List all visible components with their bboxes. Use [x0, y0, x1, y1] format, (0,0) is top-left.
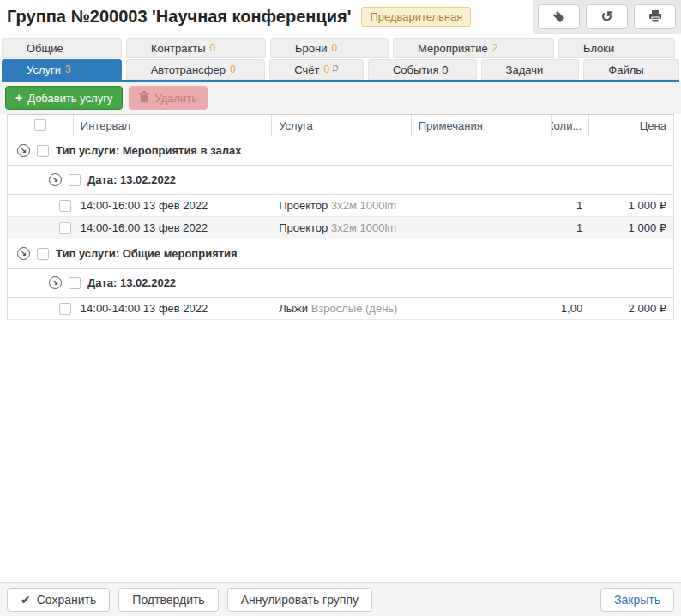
printer-icon	[648, 10, 662, 23]
history-button[interactable]: ↺	[586, 4, 628, 29]
group-date-label: Дата: 13.02.2022	[87, 173, 176, 186]
row-service-detail: 3х2м 1000lm	[331, 221, 396, 234]
annul-group-button[interactable]: Аннулировать группу	[227, 588, 372, 612]
table-row[interactable]: 14:00-14:00 13 фев 2022 Лыжи Взрослые (д…	[8, 298, 673, 320]
tab-broni[interactable]: Брони0	[270, 38, 389, 58]
services-toolbar: + Добавить услугу Удалить	[0, 82, 681, 114]
trash-icon	[139, 91, 149, 105]
save-button[interactable]: ✔ Сохранить	[7, 588, 110, 612]
col-qty: Коли...	[552, 115, 589, 136]
history-icon: ↺	[600, 9, 612, 24]
group-date-row: ↘ Дата: 13.02.2022	[8, 166, 673, 195]
tab-count: 0	[331, 42, 337, 54]
header-actions: ↺	[533, 0, 681, 34]
ruble-suffix: ₽	[332, 63, 339, 75]
tag-icon	[552, 10, 566, 24]
col-interval: Интервал	[74, 115, 272, 136]
row-checkbox[interactable]	[59, 222, 71, 234]
date-checkbox[interactable]	[69, 277, 81, 289]
header: Группа №200003 'Научная конференция' Пре…	[0, 0, 681, 38]
group-type-row: ↘ Тип услуги: Мероприятия в залах	[8, 136, 673, 166]
tab-count: 0	[323, 63, 329, 75]
services-table: Интервал Услуга Примечания Коли... Цена …	[7, 114, 674, 320]
col-price: Цена	[589, 115, 673, 136]
table-header-row: Интервал Услуга Примечания Коли... Цена	[7, 114, 674, 136]
row-interval: 14:00-14:00 13 фев 2022	[74, 302, 272, 315]
tab-schet[interactable]: Счёт0₽	[269, 59, 364, 80]
col-notes: Примечания	[412, 115, 553, 136]
collapse-icon[interactable]: ↘	[17, 247, 30, 260]
add-service-button[interactable]: + Добавить услугу	[5, 86, 123, 110]
tab-obshchie[interactable]: Общие	[2, 38, 122, 58]
row-interval: 14:00-16:00 13 фев 2022	[74, 199, 272, 212]
tab-bar: Общие Контракты0 Брони0 Мероприятие2 Бло…	[0, 38, 681, 82]
tab-count: 3	[65, 63, 71, 75]
page-title: Группа №200003 'Научная конференция'	[7, 7, 351, 27]
row-qty: 1,00	[552, 302, 589, 315]
row-qty: 1	[552, 199, 589, 212]
collapse-icon[interactable]: ↘	[49, 173, 62, 186]
group-checkbox[interactable]	[37, 248, 49, 260]
close-button[interactable]: Закрыть	[600, 588, 674, 612]
group-type-label: Тип услуги: Мероприятия в залах	[56, 144, 241, 157]
delete-button: Удалить	[129, 86, 208, 110]
footer-bar: ✔ Сохранить Подтвердить Аннулировать гру…	[0, 582, 681, 616]
row-price: 1 000 ₽	[589, 199, 673, 212]
row-price: 2 000 ₽	[589, 302, 673, 315]
collapse-icon[interactable]: ↘	[17, 144, 30, 157]
print-button[interactable]	[634, 4, 676, 29]
col-service: Услуга	[272, 115, 412, 136]
row-service: Проектор 3х2м 1000lm	[272, 199, 412, 212]
row-checkbox[interactable]	[59, 303, 71, 315]
select-all-checkbox[interactable]	[34, 119, 46, 131]
tab-sobytiya[interactable]: События 0	[368, 59, 477, 80]
group-checkbox[interactable]	[37, 145, 49, 157]
row-checkbox[interactable]	[59, 200, 71, 212]
tab-meropriyatie[interactable]: Мероприятие2	[393, 38, 554, 58]
status-badge: Предварительная	[361, 7, 471, 27]
check-icon: ✔	[21, 593, 31, 607]
tab-faily[interactable]: Файлы	[583, 59, 679, 80]
group-date-row: ↘ Дата: 13.02.2022	[8, 269, 673, 298]
tab-bloki[interactable]: Блоки	[558, 38, 675, 58]
tab-kontrakty[interactable]: Контракты0	[126, 38, 266, 58]
tab-uslugi[interactable]: Услуги3	[2, 59, 122, 80]
row-price: 1 000 ₽	[589, 221, 673, 234]
plus-icon: +	[15, 91, 22, 105]
tab-count: 0	[230, 63, 236, 75]
tab-count: 2	[492, 42, 498, 54]
row-service: Лыжи Взрослые (день)	[272, 302, 412, 315]
row-interval: 14:00-16:00 13 фев 2022	[74, 221, 272, 234]
group-type-label: Тип услуги: Общие мероприятия	[56, 247, 238, 260]
row-service-detail: Взрослые (день)	[311, 302, 398, 315]
confirm-button[interactable]: Подтвердить	[118, 588, 218, 612]
row-service-detail: 3х2м 1000lm	[331, 199, 396, 212]
tab-avtotransfer[interactable]: Автотрансфер0	[126, 59, 266, 80]
tags-button[interactable]	[538, 4, 580, 29]
row-qty: 1	[552, 221, 589, 234]
table-row[interactable]: 14:00-16:00 13 фев 2022 Проектор 3х2м 10…	[8, 217, 673, 239]
group-type-row: ↘ Тип услуги: Общие мероприятия	[8, 239, 673, 269]
group-date-label: Дата: 13.02.2022	[87, 276, 176, 289]
table-row[interactable]: 14:00-16:00 13 фев 2022 Проектор 3х2м 10…	[8, 195, 673, 217]
tab-zadachi[interactable]: Задачи	[481, 59, 580, 80]
row-service: Проектор 3х2м 1000lm	[272, 221, 412, 234]
tab-count: 0	[210, 42, 216, 54]
date-checkbox[interactable]	[69, 174, 81, 186]
collapse-icon[interactable]: ↘	[49, 276, 62, 289]
